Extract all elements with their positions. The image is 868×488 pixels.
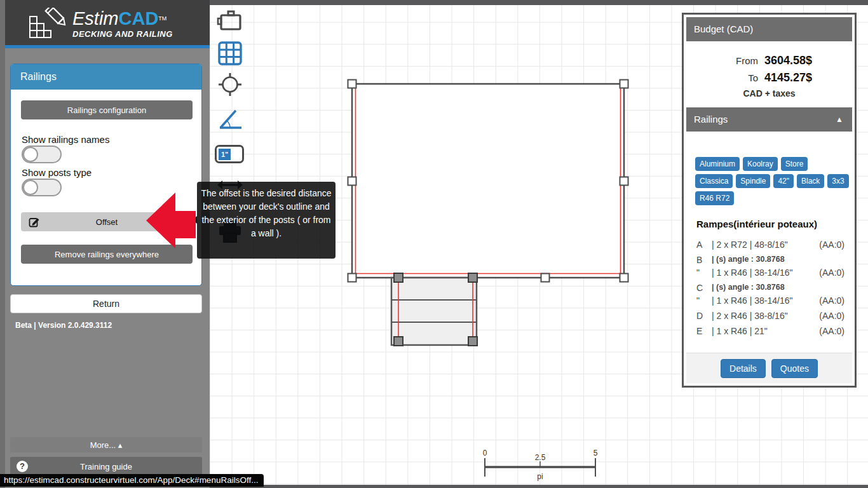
- tag-chip[interactable]: 3x3: [827, 174, 848, 188]
- scale-ruler: 0 2.5 5 pi: [483, 449, 598, 481]
- unit-measure-icon[interactable]: 1": [215, 145, 244, 163]
- more-button[interactable]: More... ▴: [10, 437, 202, 452]
- stairs[interactable]: [391, 278, 477, 345]
- budget-to-value: 4145.27$: [764, 71, 841, 85]
- angle-tool-icon[interactable]: [216, 106, 244, 134]
- version-label: Beta | Version 2.0.429.3112: [15, 321, 112, 330]
- railings-panel-title: Railings: [11, 64, 201, 90]
- sidebar-scroll-edge[interactable]: [0, 0, 5, 488]
- railings-panel: Railings Railings configuration Show rai…: [10, 64, 202, 286]
- railing-tags: Aluminium Koolray Store Classica Spindle…: [686, 132, 852, 205]
- toggle-knob: [23, 180, 38, 195]
- tag-chip[interactable]: R46 R72: [695, 191, 734, 205]
- tag-chip[interactable]: Aluminium: [695, 157, 740, 171]
- unit-measure-label: 1": [219, 149, 231, 160]
- offset-tooltip: The offset is the desired distance betwe…: [197, 182, 336, 259]
- quotes-button[interactable]: Quotes: [771, 359, 818, 378]
- railings-configuration-button[interactable]: Railings configuration: [21, 100, 193, 119]
- ruler-unit-label: pi: [537, 472, 543, 481]
- snap-target-icon[interactable]: [216, 71, 244, 101]
- estimate-panel: Budget (CAD) From 3604.58$ To 4145.27$ C…: [682, 13, 857, 388]
- railing-row: " | 1 x R46 | 38-14/16" (AA:0): [696, 268, 844, 278]
- offset-pointer-arrow-icon: [146, 193, 196, 248]
- ruler-label-start: 0: [483, 449, 487, 458]
- railing-row: " | 1 x R46 | 38-14/16" (AA:0): [696, 295, 844, 306]
- railing-row: C | (s) angle : 30.8768: [696, 283, 844, 293]
- budget-from-value: 3604.58$: [764, 54, 841, 67]
- rampes-subtitle: Rampes(intérieur poteaux): [686, 208, 852, 237]
- budget-summary: From 3604.58$ To 4145.27$ CAD + taxes: [686, 41, 852, 107]
- tag-chip[interactable]: Koolray: [743, 157, 778, 171]
- toggle-knob: [23, 147, 38, 162]
- railing-row: D | 2 x R46 | 38-8/16" (AA:0): [696, 311, 844, 321]
- show-railings-names-toggle[interactable]: [22, 146, 62, 163]
- ruler-label-end: 5: [593, 449, 598, 458]
- railing-row: E | 1 x R46 | 21" (AA:0): [696, 326, 844, 336]
- logo-text-cad: CAD: [119, 8, 159, 29]
- edit-icon: [29, 216, 40, 227]
- tag-chip[interactable]: Classica: [695, 174, 733, 188]
- show-railings-names-label: Show railings names: [22, 134, 109, 145]
- budget-to-label: To: [698, 72, 764, 83]
- budget-from-label: From: [698, 55, 764, 66]
- estimate-actions: Details Quotes: [686, 353, 852, 383]
- tag-chip[interactable]: Black: [797, 174, 824, 188]
- railings-section-header[interactable]: Railings ▲: [686, 107, 852, 132]
- grid-icon[interactable]: [216, 39, 244, 70]
- app-logo: EstimCADTM DECKING AND RAILING: [5, 0, 210, 48]
- details-button[interactable]: Details: [721, 359, 766, 378]
- estimcad-app: 0 2.5 5 pi: [0, 0, 868, 488]
- offset-button-label: Offset: [96, 217, 118, 227]
- budget-taxes-note: CAD + taxes: [686, 88, 852, 98]
- ruler-label-mid: 2.5: [535, 453, 546, 462]
- tag-chip[interactable]: Store: [781, 157, 808, 171]
- railing-row: A | 2 x R72 | 48-8/16" (AA:0): [696, 240, 844, 250]
- deck-outline[interactable]: [352, 84, 624, 278]
- collapse-icon[interactable]: ▲: [836, 107, 843, 132]
- railings-list: A | 2 x R72 | 48-8/16" (AA:0) B | (s) an…: [686, 237, 852, 345]
- logo-trademark: TM: [158, 15, 166, 22]
- status-url-bar: https://estimcad.constructeurvirtuel.com…: [0, 474, 264, 487]
- railings-section-title: Railings: [694, 114, 728, 125]
- tag-chip[interactable]: 42": [773, 174, 794, 188]
- show-posts-type-label: Show posts type: [22, 167, 92, 178]
- logo-tagline: DECKING AND RAILING: [72, 29, 173, 39]
- logo-text-estim: Estim: [72, 8, 119, 29]
- show-posts-type-toggle[interactable]: [22, 179, 62, 196]
- help-icon: ?: [17, 461, 28, 472]
- training-guide-label: Training guide: [80, 462, 132, 471]
- budget-header: Budget (CAD): [686, 17, 852, 41]
- logo-grid-pencil-icon: [28, 8, 67, 43]
- drawing-board-icon[interactable]: [216, 10, 244, 37]
- railing-row: B | (s) angle : 30.8768: [696, 255, 844, 265]
- offset-tooltip-text: The offset is the desired distance betwe…: [201, 188, 331, 238]
- tag-chip[interactable]: Spindle: [736, 174, 770, 188]
- budget-title: Budget (CAD): [694, 24, 753, 34]
- return-button[interactable]: Return: [10, 294, 202, 313]
